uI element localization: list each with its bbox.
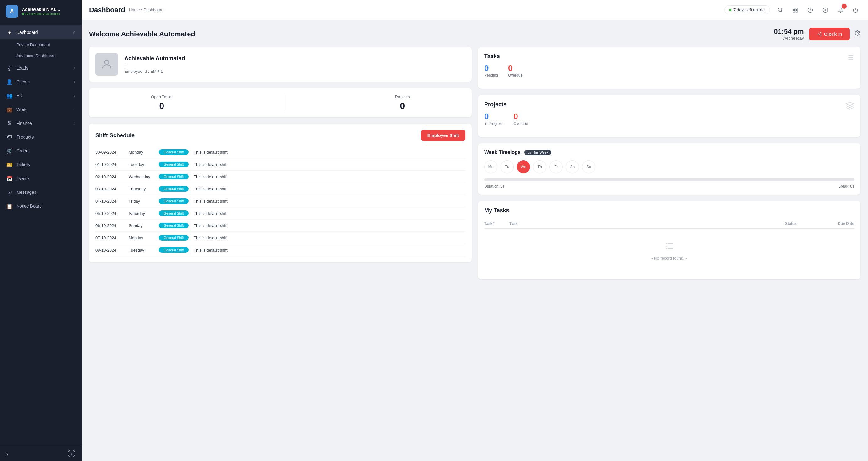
shift-day: Tuesday <box>129 162 154 167</box>
sidebar-item-private-dashboard[interactable]: Private Dashboard <box>0 39 82 50</box>
timelog-duration: Duration: 0s Break: 0s <box>484 184 854 189</box>
projects-overdue-value: 0 <box>514 112 528 121</box>
shift-badge: General Shift <box>159 186 189 192</box>
sidebar-item-clients[interactable]: 👤 Clients › <box>0 75 82 89</box>
notifications-button[interactable]: 1 <box>835 5 845 15</box>
sidebar-nav: ⊞ Dashboard ∨ Private Dashboard Advanced… <box>0 23 82 446</box>
shift-table-row: 30-09-2024 Monday General Shift This is … <box>95 146 465 158</box>
shift-date: 07-10-2024 <box>95 235 124 240</box>
col-due-date: Due Date <box>823 221 854 226</box>
shift-date: 04-10-2024 <box>95 199 124 203</box>
sidebar-item-notice-board[interactable]: 📋 Notice Board <box>0 199 82 213</box>
shift-table-row: 07-10-2024 Monday General Shift This is … <box>95 232 465 244</box>
shift-date: 02-10-2024 <box>95 174 124 179</box>
profile-card: Achievable Automated -- Employee Id : EM… <box>89 47 472 82</box>
shift-schedule-card: Shift Schedule Employee Shift 30-09-2024… <box>89 124 472 262</box>
chevron-down-icon: ∨ <box>72 30 75 34</box>
shift-badge: General Shift <box>159 162 189 167</box>
sidebar-item-advanced-dashboard[interactable]: Advanced Dashboard <box>0 50 82 61</box>
tickets-icon: 🎫 <box>6 162 12 168</box>
shift-badge: General Shift <box>159 210 189 216</box>
add-button[interactable] <box>820 5 830 15</box>
sidebar-item-dashboard[interactable]: ⊞ Dashboard ∨ <box>0 25 82 39</box>
employee-shift-button[interactable]: Employee Shift <box>421 130 465 141</box>
tasks-overdue-value: 0 <box>508 63 523 73</box>
sidebar-item-messages[interactable]: ✉ Messages <box>0 185 82 199</box>
right-column: Tasks 0 Pending 0 Overdue <box>478 47 861 279</box>
sidebar-item-hr[interactable]: 👥 HR › <box>0 89 82 103</box>
clock-in-button[interactable]: Clock In <box>809 28 850 40</box>
week-day-button[interactable]: We <box>517 160 530 173</box>
pending-value: 0 <box>484 63 498 73</box>
week-day-button[interactable]: Su <box>582 160 595 173</box>
clock-settings-button[interactable] <box>855 30 861 38</box>
sidebar-item-tickets[interactable]: 🎫 Tickets <box>0 158 82 171</box>
content-grid: Achievable Automated -- Employee Id : EM… <box>89 47 861 279</box>
week-timelogs-header: Week Timelogs 0s This Week <box>484 150 854 155</box>
sidebar-item-label: Notice Board <box>16 203 42 208</box>
week-day-button[interactable]: Th <box>533 160 546 173</box>
open-tasks-stat: Open Tasks 0 <box>151 94 172 111</box>
my-tasks-card: My Tasks Task# Task Status Due Date <box>478 201 861 279</box>
tasks-title: Tasks <box>484 53 523 60</box>
shift-day: Thursday <box>129 187 154 191</box>
svg-rect-5 <box>796 10 797 12</box>
notice-board-icon: 📋 <box>6 203 12 209</box>
breadcrumb-home[interactable]: Home <box>129 7 140 12</box>
sidebar-logo: A <box>6 5 18 18</box>
projects-widget: Projects 0 In Progress 0 Overdue <box>478 95 861 137</box>
sidebar-item-label: Messages <box>16 190 36 195</box>
sidebar-item-label: HR <box>16 93 23 98</box>
col-task: Task <box>509 221 785 226</box>
shift-description: This is default shift <box>194 162 465 167</box>
shift-table-row: 06-10-2024 Sunday General Shift This is … <box>95 220 465 232</box>
shift-date: 06-10-2024 <box>95 223 124 228</box>
projects-title: Projects <box>484 101 528 108</box>
week-day-button[interactable]: Mo <box>484 160 497 173</box>
breadcrumb-current: Dashboard <box>144 7 163 12</box>
grid-button[interactable] <box>790 5 800 15</box>
shift-rows: 30-09-2024 Monday General Shift This is … <box>95 146 465 256</box>
help-button[interactable]: ? <box>68 450 75 457</box>
shift-badge: General Shift <box>159 235 189 240</box>
svg-line-1 <box>781 11 782 12</box>
col-status: Status <box>785 221 823 226</box>
shift-date: 05-10-2024 <box>95 211 124 216</box>
sidebar-item-label: Orders <box>16 149 30 153</box>
events-icon: 📅 <box>6 175 12 182</box>
in-progress-label: In Progress <box>484 121 503 126</box>
break-label: Break: 0s <box>838 184 854 189</box>
time-display: 01:54 pm Wednesday <box>774 28 804 40</box>
week-day-button[interactable]: Tu <box>500 160 514 173</box>
col-task-num: Task# <box>484 221 509 226</box>
messages-icon: ✉ <box>6 189 12 195</box>
power-button[interactable] <box>850 5 861 15</box>
week-day-button[interactable]: Sa <box>566 160 579 173</box>
sidebar-item-events[interactable]: 📅 Events <box>0 171 82 185</box>
shift-day: Wednesday <box>129 174 154 179</box>
sidebar-item-leads[interactable]: ◎ Leads › <box>0 61 82 75</box>
clients-icon: 👤 <box>6 79 12 85</box>
sidebar-item-products[interactable]: 🏷 Products <box>0 130 82 144</box>
sidebar-brand: Achievable N Au... Achievable Automated <box>22 7 60 16</box>
shift-description: This is default shift <box>194 211 465 216</box>
search-button[interactable] <box>775 5 785 15</box>
shift-description: This is default shift <box>194 174 465 179</box>
sidebar-item-work[interactable]: 💼 Work › <box>0 103 82 117</box>
week-day-button[interactable]: Fr <box>550 160 563 173</box>
sidebar-item-orders[interactable]: 🛒 Orders <box>0 144 82 158</box>
sidebar-item-label: Tickets <box>16 162 30 167</box>
shift-description: This is default shift <box>194 248 465 253</box>
sidebar-footer: ‹ ? <box>0 446 82 461</box>
week-timelogs-title: Week Timelogs <box>484 150 521 155</box>
no-record-message: - No record found. - <box>484 229 854 273</box>
svg-point-0 <box>778 8 782 11</box>
projects-overdue-label: Overdue <box>514 121 528 126</box>
page-title: Dashboard <box>89 6 125 14</box>
projects-overdue-stat: 0 Overdue <box>514 112 528 126</box>
sidebar-item-label: Events <box>16 176 30 181</box>
clock-button[interactable] <box>805 5 815 15</box>
sidebar-item-finance[interactable]: $ Finance › <box>0 117 82 130</box>
shift-description: This is default shift <box>194 235 465 240</box>
sidebar-collapse-button[interactable]: ‹ <box>6 451 8 456</box>
